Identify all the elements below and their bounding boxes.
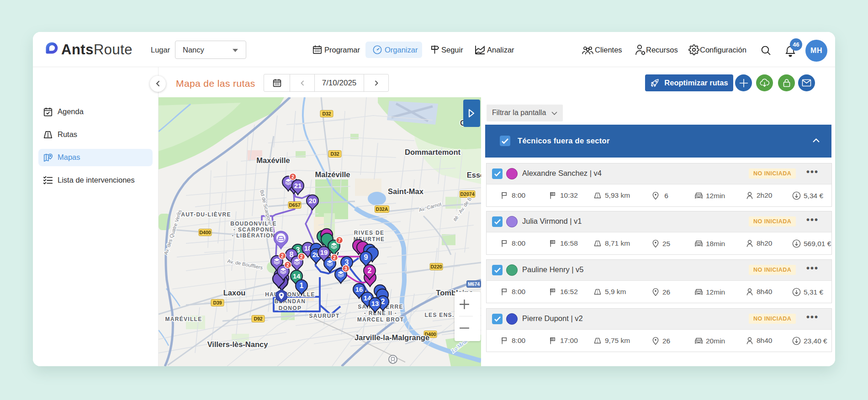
svg-text:2: 2: [291, 174, 294, 179]
svg-text:2: 2: [333, 255, 336, 260]
svg-text:20: 20: [309, 197, 317, 205]
svg-text:Malzéville: Malzéville: [315, 170, 350, 179]
svg-text:LES ENS.: LES ENS.: [424, 312, 454, 318]
svg-text:MARCEL BROT: MARCEL BROT: [357, 316, 404, 323]
svg-text:D92: D92: [254, 316, 262, 321]
svg-text:D32A: D32A: [376, 206, 388, 212]
svg-text:M674: M674: [468, 281, 480, 287]
svg-text:HAUT-DU-LIÈVRE: HAUT-DU-LIÈVRE: [176, 211, 231, 218]
svg-text:- RENÉ II -: - RENÉ II -: [364, 310, 397, 316]
svg-text:D32: D32: [322, 111, 331, 116]
svg-text:Maxéville: Maxéville: [256, 156, 290, 164]
svg-text:MARÉVILLE: MARÉVILLE: [165, 316, 202, 322]
svg-text:Saint-Max: Saint-Max: [388, 187, 424, 195]
svg-text:- LIBÉRATION: - LIBÉRATION: [232, 232, 275, 239]
svg-text:RIVES DE: RIVES DE: [354, 230, 384, 236]
svg-text:Jarville-la-Malgrange: Jarville-la-Malgrange: [355, 333, 429, 342]
svg-text:2: 2: [368, 267, 372, 274]
svg-text:D39: D39: [213, 300, 222, 305]
svg-text:3: 3: [344, 266, 347, 271]
svg-text:2: 2: [281, 253, 284, 258]
svg-text:1: 1: [300, 282, 304, 289]
svg-text:Laxou: Laxou: [223, 289, 246, 297]
svg-text:Esse: Esse: [467, 171, 481, 179]
svg-text:D400: D400: [199, 230, 211, 235]
svg-text:D657: D657: [289, 202, 300, 208]
svg-text:D32: D32: [330, 151, 339, 157]
svg-text:Villers-lès-Nancy: Villers-lès-Nancy: [207, 340, 269, 348]
svg-text:2: 2: [381, 298, 385, 305]
svg-text:21: 21: [294, 182, 302, 189]
svg-text:SAURUPT: SAURUPT: [309, 313, 339, 319]
svg-text:2: 2: [300, 254, 303, 259]
svg-text:9: 9: [364, 253, 368, 261]
svg-text:14: 14: [293, 272, 301, 280]
svg-text:DONOP: DONOP: [279, 305, 302, 311]
svg-text:D2074: D2074: [460, 191, 475, 197]
svg-text:19: 19: [320, 248, 328, 256]
svg-text:13: 13: [371, 300, 379, 307]
svg-text:D220: D220: [430, 264, 442, 269]
svg-text:2: 2: [286, 262, 289, 268]
svg-text:- SCARPONE: - SCARPONE: [233, 226, 274, 233]
svg-text:Dommartemont: Dommartemont: [405, 148, 460, 156]
svg-text:HAUSSONVILLE: HAUSSONVILLE: [265, 291, 315, 298]
svg-text:7: 7: [338, 237, 341, 243]
svg-text:16: 16: [355, 285, 363, 293]
